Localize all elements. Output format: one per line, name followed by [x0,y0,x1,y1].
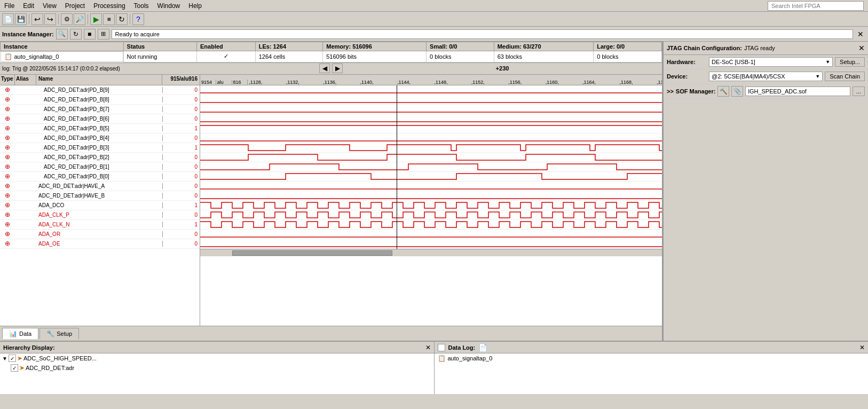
signal-row-10[interactable]: ⊕ ADC_RD_DET:adr|HAVE_A 0 [0,182,200,191]
pin-icon-1: ⊕ [5,96,10,103]
toolbar-stop-btn[interactable]: ■ [103,13,115,25]
signal-row-2[interactable]: ⊕ ADC_RD_DET:adr|PD_B[7] 0 [0,105,200,114]
data-log-item[interactable]: 📋 auto_signaltap_0 [435,353,869,363]
table-row[interactable]: 📋 auto_signaltap_0 Not running ✓ 1264 ce… [1,51,662,62]
im-close-btn[interactable]: ✕ [855,30,866,38]
waveform-display[interactable]: 9154 alu 816 ,1128, ,1132, ,1136, ,1140,… [200,75,662,326]
toolbar-help-btn[interactable]: ? [132,13,144,25]
scrollbar-thumb[interactable] [232,250,392,256]
col-status: Status [123,42,196,51]
menu-edit[interactable]: Edit [19,1,38,11]
im-stop-btn[interactable]: ■ [84,29,96,40]
signal-row-0[interactable]: ⊕ ADC_RD_DET:adr|PD_B[9] 0 [0,85,200,95]
signal-row-16[interactable]: ⊕ ADA_OE 0 [0,239,200,249]
hierarchy-panel: Hierarchy Display: ✕ ▼ ✓ ➤ ADC_SoC_HIGH_… [0,342,435,394]
signal-row-15[interactable]: ⊕ ADA_OR 0 [0,230,200,239]
col-value-12: 1 [162,202,200,208]
jtag-status-text: JTAG ready [744,45,856,51]
menu-processing[interactable]: Processing [89,1,129,11]
pin-icon-15: ⊕ [5,230,10,238]
col-type-3: ⊕ [0,115,15,122]
signal-row-11[interactable]: ⊕ ADC_RD_DET:adr|HAVE_B 0 [0,191,200,201]
toolbar-icon4-btn[interactable]: ⚙ [61,13,73,25]
nav-next-btn[interactable]: ▶ [332,64,343,73]
tab-setup-btn[interactable]: 🔧 Setup [40,328,79,339]
col-name-14: ADA_CLK_N [36,222,162,227]
col-type-14: ⊕ [0,221,15,228]
h-scrollbar[interactable] [200,249,662,256]
data-tab-label: Data [19,331,31,337]
jtag-close-btn[interactable]: ✕ [858,44,865,52]
menu-file[interactable]: File [0,1,19,11]
hierarchy-item-1[interactable]: ✓ ➤ ADC_RD_DET:adr [0,363,434,373]
setup-btn[interactable]: Setup... [835,57,865,67]
toolbar-new-btn[interactable]: 📄 [2,13,14,25]
im-icon-btn[interactable]: ⊞ [98,29,109,40]
checkbox-icon-0[interactable]: ✓ [9,355,16,362]
col-type-8: ⊕ [0,163,15,170]
data-log-close-btn[interactable]: ✕ [859,344,865,351]
signal-row-14[interactable]: ⊕ ADA_CLK_N 1 [0,220,200,230]
menu-window[interactable]: Window [153,1,185,11]
signal-row-6[interactable]: ⊕ ADC_RD_DET:adr|PD_B[3] 1 [0,143,200,153]
col-value-0: 0 [162,87,200,93]
signal-row-7[interactable]: ⊕ ADC_RD_DET:adr|PD_B[2] 0 [0,153,200,162]
signal-row-5[interactable]: ⊕ ADC_RD_DET:adr|PD_B[4] 0 [0,133,200,143]
toolbar-redo-btn[interactable]: ↪ [44,13,56,25]
menu-help[interactable]: Help [184,1,206,11]
toolbar-save-btn[interactable]: 💾 [15,13,27,25]
signal-row-8[interactable]: ⊕ ADC_RD_DET:adr|PD_B[1] 0 [0,162,200,172]
cell-instance: 📋 auto_signaltap_0 [1,51,123,62]
checkbox-icon-1[interactable]: ✓ [11,364,18,372]
data-log-checkbox[interactable] [438,344,445,351]
sof-more-btn[interactable]: ... [853,86,865,96]
wave-row-11 [200,191,662,201]
toolbar-run-btn[interactable]: ▶ [90,13,102,25]
signal-row-9[interactable]: ⊕ ADC_RD_DET:adr|PD_B[0] 0 [0,172,200,182]
search-input[interactable] [768,1,864,11]
col-name-16: ADA_OE [36,241,162,247]
im-btn2[interactable]: ↻ [70,29,82,40]
hierarchy-item-0[interactable]: ▼ ✓ ➤ ADC_SoC_HIGH_SPEED... [0,353,434,363]
menu-tools[interactable]: Tools [130,1,153,11]
data-log-title: Data Log: [448,344,476,351]
sof-icon-btn1[interactable]: 🔨 [717,86,729,97]
col-value-2: 0 [162,106,200,112]
pin-icon-11: ⊕ [5,192,10,199]
menu-project[interactable]: Project [61,1,89,11]
col-medium: Medium: 63/270 [494,42,594,51]
setup-tab-icon: 🔧 [46,330,54,337]
wave-row-4 [200,124,662,133]
waveform-area: log: Trig @ 2022/05/26 15:14:17 (0:0:0.2… [0,63,662,341]
col-name-0: ADC_RD_DET:adr|PD_B[9] [36,87,162,93]
hardware-dropdown[interactable]: DE-SoC [USB-1] ▼ [709,57,833,67]
signal-row-1[interactable]: ⊕ ADC_RD_DET:adr|PD_B[8] 0 [0,95,200,105]
signal-row-4[interactable]: ⊕ ADC_RD_DET:adr|PD_B[5] 1 [0,124,200,133]
device-row: Device: @2: 5CSE(BA4|MA4)/5CSX ▼ Scan Ch… [664,69,868,84]
tab-data-btn[interactable]: 📊 Data [2,328,38,339]
scan-chain-btn[interactable]: Scan Chain [825,72,865,81]
im-btn1[interactable]: 🔍 [56,29,68,40]
device-dropdown[interactable]: @2: 5CSE(BA4|MA4)/5CSX ▼ [709,72,823,81]
pin-icon-2: ⊕ [5,105,10,113]
bottom-section: Hierarchy Display: ✕ ▼ ✓ ➤ ADC_SoC_HIGH_… [0,341,868,394]
col-name-4: ADC_RD_DET:adr|PD_B[5] [36,125,162,131]
toolbar-icon5-btn[interactable]: 🔎 [74,13,85,25]
sof-icon-btn2[interactable]: 📎 [731,86,743,97]
jtag-title: JTAG Chain Configuration: [667,45,742,51]
menu-view[interactable]: View [38,1,61,11]
signal-row-13[interactable]: ⊕ ADA_CLK_P 0 [0,210,200,220]
signal-row-3[interactable]: ⊕ ADC_RD_DET:adr|PD_B[6] 0 [0,114,200,124]
col-value-8: 0 [162,164,200,170]
sh-value: 915/alu916 [162,75,200,85]
nav-prev-btn[interactable]: ◀ [319,64,330,73]
hardware-row: Hardware: DE-SoC [USB-1] ▼ Setup... [664,55,868,69]
pin-icon-12: ⊕ [5,201,10,209]
toolbar-refresh-btn[interactable]: ↻ [116,13,128,25]
signal-row-12[interactable]: ⊕ ADA_DCO 1 [0,201,200,210]
instance-icon: 📋 [4,53,12,60]
hierarchy-close-btn[interactable]: ✕ [425,344,431,351]
toolbar-undo-btn[interactable]: ↩ [31,13,43,25]
col-name-10: ADC_RD_DET:adr|HAVE_A [36,183,162,189]
col-value-16: 0 [162,241,200,247]
